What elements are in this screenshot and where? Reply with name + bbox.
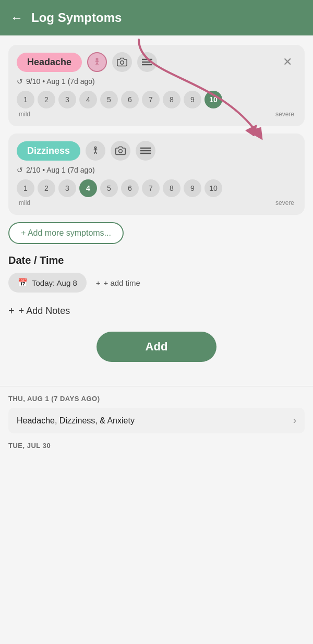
headache-card: Headache (8, 45, 305, 126)
date-chip[interactable]: 📅 Today: Aug 8 (8, 273, 87, 293)
dizziness-clock-icon: ↺ (17, 166, 23, 174)
page-title: Log Symptoms (31, 10, 122, 25)
severity-4-dizziness[interactable]: 4 (79, 179, 97, 197)
plus-icon-time: + (96, 278, 101, 287)
history-date-2-label: TUE, JUL 30 (8, 442, 305, 449)
headache-tag[interactable]: Headache (17, 53, 82, 72)
severity-9-headache[interactable]: 9 (184, 91, 201, 108)
severity-1-dizziness[interactable]: 1 (17, 179, 34, 197)
severity-10-headache[interactable]: 10 (204, 91, 222, 108)
menu-icon-headache[interactable] (137, 52, 157, 72)
headache-clock-icon: ↺ (17, 77, 23, 86)
severity-5-headache[interactable]: 5 (100, 91, 118, 108)
history-section: THU, AUG 1 (7 DAYS AGO) Headache, Dizzin… (0, 386, 313, 449)
camera-icon-dizziness[interactable] (111, 141, 130, 161)
history-chevron-icon: › (293, 415, 296, 426)
severity-2-headache[interactable]: 2 (38, 91, 55, 108)
svg-line-4 (97, 63, 99, 65)
severity-6-headache[interactable]: 6 (121, 91, 139, 108)
date-chip-label: Today: Aug 8 (32, 278, 77, 287)
dizziness-card: Dizziness (8, 133, 305, 215)
severity-1-headache[interactable]: 1 (17, 91, 34, 108)
severity-5-dizziness[interactable]: 5 (100, 179, 118, 197)
close-headache-button[interactable]: ✕ (279, 53, 296, 71)
severity-2-dizziness[interactable]: 2 (38, 179, 55, 197)
dizziness-meta: ↺ 2/10 • Aug 1 (7d ago) (17, 166, 296, 174)
headache-row: Headache (17, 52, 296, 72)
severity-7-dizziness[interactable]: 7 (142, 179, 160, 197)
dizziness-tag[interactable]: Dizziness (17, 141, 80, 161)
add-main-button[interactable]: Add (97, 332, 216, 362)
headache-severity-labels: mild severe (17, 111, 296, 118)
severity-7-headache[interactable]: 7 (142, 91, 160, 108)
back-button[interactable]: ← (10, 10, 23, 25)
svg-point-10 (94, 147, 96, 149)
dizziness-severity-labels: mild severe (17, 199, 296, 206)
severity-3-headache[interactable]: 3 (58, 91, 76, 108)
severity-8-headache[interactable]: 8 (163, 91, 180, 108)
svg-point-15 (119, 150, 123, 153)
date-time-label: Date / Time (8, 254, 305, 266)
add-time-button[interactable]: + + add time (96, 278, 140, 287)
history-item-1-text: Headache, Dizziness, & Anxiety (17, 416, 135, 426)
add-time-label: + add time (104, 278, 140, 287)
severity-8-dizziness[interactable]: 8 (163, 179, 180, 197)
camera-icon-headache[interactable] (112, 52, 132, 72)
main-content: Headache (0, 35, 313, 386)
add-notes-label: + Add Notes (19, 306, 70, 317)
mild-label-headache: mild (19, 111, 30, 118)
dizziness-meta-text: 2/10 • Aug 1 (7d ago) (26, 166, 95, 174)
history-item-1[interactable]: Headache, Dizziness, & Anxiety › (8, 408, 305, 433)
history-date-1-label: THU, AUG 1 (7 DAYS AGO) (8, 395, 305, 403)
severe-label-headache: severe (275, 111, 294, 118)
severity-9-dizziness[interactable]: 9 (184, 179, 201, 197)
severity-10-dizziness[interactable]: 10 (204, 179, 222, 197)
dizziness-row: Dizziness (17, 141, 296, 161)
plus-icon-notes: + (8, 305, 15, 317)
severity-4-headache[interactable]: 4 (79, 91, 97, 108)
headache-severity-row: 1 2 3 4 5 6 7 8 9 10 (17, 91, 296, 108)
add-notes-button[interactable]: + + Add Notes (8, 305, 305, 317)
mild-label-dizziness: mild (19, 199, 30, 206)
accessibility-icon-dizziness[interactable] (86, 141, 105, 161)
accessibility-icon-headache[interactable] (87, 52, 107, 72)
severity-6-dizziness[interactable]: 6 (121, 179, 139, 197)
add-symptoms-button[interactable]: + Add more symptoms... (8, 222, 124, 244)
headache-meta-text: 9/10 • Aug 1 (7d ago) (26, 77, 95, 86)
svg-point-5 (121, 61, 124, 65)
date-row: 📅 Today: Aug 8 + + add time (8, 273, 305, 293)
svg-line-14 (95, 152, 97, 154)
calendar-icon: 📅 (18, 278, 28, 287)
dizziness-severity-row: 1 2 3 4 5 6 7 8 9 10 (17, 179, 296, 197)
svg-point-0 (96, 58, 98, 60)
menu-icon-dizziness[interactable] (136, 141, 155, 161)
severity-3-dizziness[interactable]: 3 (58, 179, 76, 197)
header: ← Log Symptoms (0, 0, 313, 35)
headache-meta: ↺ 9/10 • Aug 1 (7d ago) (17, 77, 296, 86)
severe-label-dizziness: severe (275, 199, 294, 206)
